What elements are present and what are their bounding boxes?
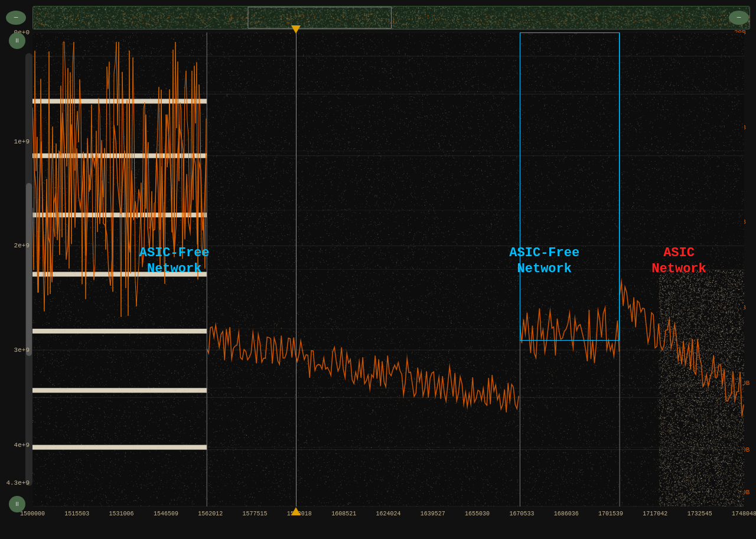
- cursor-arrow-bottom: [291, 507, 301, 515]
- asic-network-label: ASICNetwork: [651, 246, 706, 277]
- x-axis-label: 1639527: [421, 511, 445, 517]
- x-axis-label: 1624024: [376, 511, 400, 517]
- minimap[interactable]: [32, 6, 750, 30]
- minimap-canvas: [33, 6, 750, 29]
- x-axis-label: 1717042: [643, 511, 667, 517]
- y-axis-left-label: 3e+9: [0, 347, 30, 354]
- cursor-arrow-top: [291, 25, 301, 34]
- y-axis-left-label: 4.3e+9: [0, 479, 30, 486]
- scroll-left-button[interactable]: −: [6, 11, 26, 25]
- x-axis-label: 1748048: [732, 511, 756, 517]
- x-axis-label: 1701539: [598, 511, 623, 517]
- x-axis-label: 1562012: [198, 511, 223, 517]
- scrollbar-thumb[interactable]: [26, 183, 32, 356]
- x-axis-label: 1577515: [243, 511, 268, 517]
- main-container: − − ⏸ ⏸ 15000001515503153100615465091562…: [0, 0, 756, 539]
- x-axis-label: 1608521: [331, 511, 356, 517]
- asic-free-label-1: ASIC-FreeNetwork: [139, 246, 210, 277]
- x-axis-label: 1546509: [154, 511, 178, 517]
- pause-top-button[interactable]: ⏸: [9, 32, 25, 49]
- y-axis-left-label: 1e+9: [0, 138, 30, 145]
- scrollbar[interactable]: [25, 53, 32, 486]
- x-axis-label: 1500000: [20, 511, 45, 517]
- x-axis-label: 1515503: [64, 511, 89, 517]
- asic-free-label-2: ASIC-FreeNetwork: [509, 246, 579, 277]
- x-axis: 1500000151550315310061546509156201215775…: [32, 511, 744, 522]
- x-axis-label: 1686036: [554, 511, 579, 517]
- x-axis-label: 1531006: [109, 511, 134, 517]
- scroll-right-button[interactable]: −: [729, 11, 749, 25]
- y-axis-left-label: 2e+9: [0, 242, 30, 249]
- y-axis-left-label: 4e+9: [0, 442, 30, 449]
- x-axis-label: 1655030: [465, 511, 490, 517]
- x-axis-label: 1670533: [509, 511, 534, 517]
- pause-bottom-button[interactable]: ⏸: [9, 496, 25, 512]
- x-axis-label: 1732545: [687, 511, 712, 517]
